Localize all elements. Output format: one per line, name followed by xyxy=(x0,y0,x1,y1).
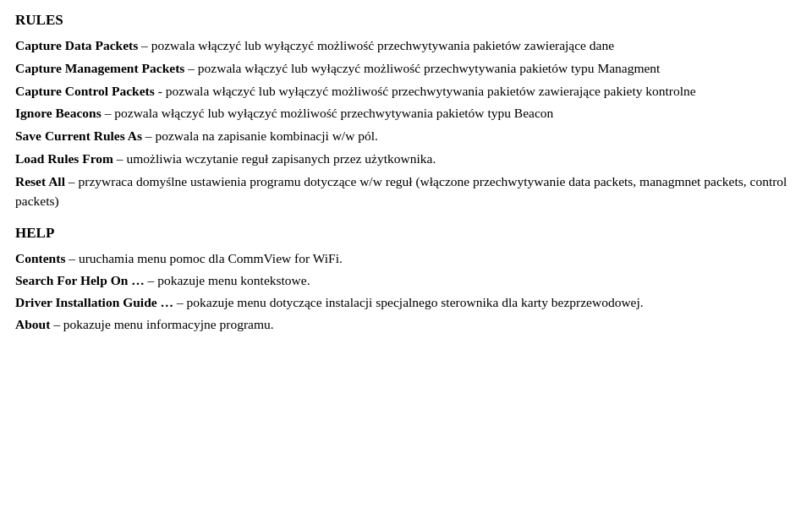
capture-data-packets-desc: pozwala włączyć lub wyłączyć możliwość p… xyxy=(151,38,614,52)
driver-installation-desc: pokazuje menu dotyczące instalacji specj… xyxy=(187,295,644,309)
rules-section-title: RULES xyxy=(15,10,797,31)
capture-management-packets-para: Capture Management Packets – pozwala włą… xyxy=(15,59,797,79)
reset-all-desc: przywraca domyślne ustawienia programu d… xyxy=(15,174,787,208)
capture-control-packets-desc: pozwala włączyć lub wyłączyć możliwość p… xyxy=(166,84,696,98)
driver-installation-term: Driver Installation Guide … xyxy=(15,295,173,309)
search-for-help-sep: – xyxy=(145,273,158,287)
about-term: About xyxy=(15,317,50,331)
driver-installation-para: Driver Installation Guide … – pokazuje m… xyxy=(15,293,797,313)
reset-all-term: Reset All xyxy=(15,174,65,188)
search-for-help-para: Search For Help On … – pokazuje menu kon… xyxy=(15,271,797,291)
ignore-beacons-desc: pozwala włączyć lub wyłączyć możliwość p… xyxy=(114,106,553,120)
save-current-rules-desc: pozwala na zapisanie kombinacji w/w pól. xyxy=(155,128,377,143)
ignore-beacons-term: Ignore Beacons xyxy=(15,106,102,120)
search-for-help-term: Search For Help On … xyxy=(15,273,145,287)
about-sep: – xyxy=(50,317,63,331)
capture-data-packets-sep: – xyxy=(138,38,151,52)
capture-data-packets-para: Capture Data Packets – pozwala włączyć l… xyxy=(15,36,797,56)
driver-installation-sep: – xyxy=(173,295,187,309)
load-rules-from-term: Load Rules From xyxy=(15,151,113,166)
capture-management-packets-desc: pozwala włączyć lub wyłączyć możliwość p… xyxy=(198,61,661,75)
save-current-rules-sep: – xyxy=(142,128,156,143)
contents-term: Contents xyxy=(15,251,65,265)
capture-control-packets-para: Capture Control Packets - pozwala włączy… xyxy=(15,82,797,101)
save-current-rules-para: Save Current Rules As – pozwala na zapis… xyxy=(15,127,797,146)
capture-control-packets-sep: - xyxy=(155,84,166,98)
save-current-rules-term: Save Current Rules As xyxy=(15,128,142,143)
reset-all-para: Reset All – przywraca domyślne ustawieni… xyxy=(15,172,797,211)
help-section-title: HELP xyxy=(15,223,797,244)
ignore-beacons-sep: – xyxy=(102,106,115,120)
capture-control-packets-term: Capture Control Packets xyxy=(15,84,155,98)
about-para: About – pokazuje menu informacyjne progr… xyxy=(15,315,797,335)
load-rules-from-desc: umożliwia wczytanie reguł zapisanych prz… xyxy=(126,151,436,166)
capture-management-packets-term: Capture Management Packets xyxy=(15,61,184,75)
load-rules-from-para: Load Rules From – umożliwia wczytanie re… xyxy=(15,150,797,169)
ignore-beacons-para: Ignore Beacons – pozwala włączyć lub wył… xyxy=(15,104,797,123)
reset-all-sep: – xyxy=(65,174,79,188)
search-for-help-desc: pokazuje menu kontekstowe. xyxy=(157,273,310,287)
page-content: RULES Capture Data Packets – pozwala włą… xyxy=(0,0,812,347)
capture-management-packets-sep: – xyxy=(184,61,198,75)
contents-desc: uruchamia menu pomoc dla CommView for Wi… xyxy=(79,251,343,265)
about-desc: pokazuje menu informacyjne programu. xyxy=(63,317,274,331)
contents-para: Contents – uruchamia menu pomoc dla Comm… xyxy=(15,249,797,269)
capture-data-packets-term: Capture Data Packets xyxy=(15,38,138,52)
load-rules-from-sep: – xyxy=(113,151,127,166)
contents-sep: – xyxy=(65,251,79,265)
